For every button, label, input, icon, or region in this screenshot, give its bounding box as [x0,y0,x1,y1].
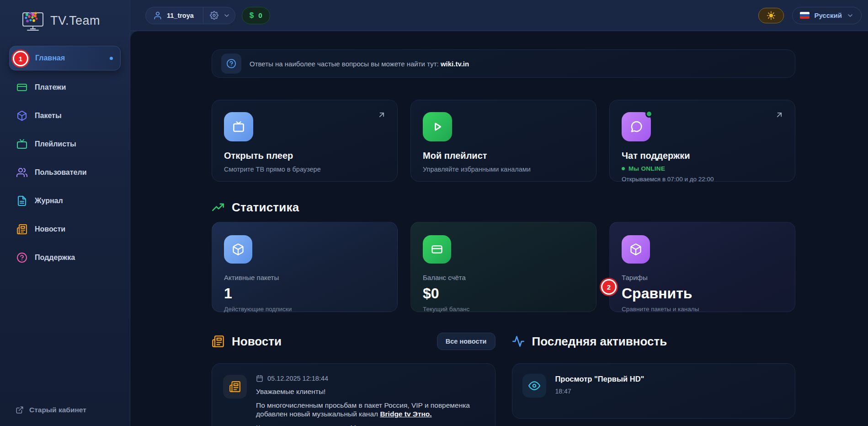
tv-icon [232,120,245,134]
news-line: Уважаемые клиенты! [256,387,484,396]
old-cabinet-label: Старый кабинет [29,406,86,414]
stat-label: Тарифы [622,274,783,281]
activity-column: Последняя активность Просмотр "Первый HD… [512,332,796,426]
news-line: По многочисленным просьбам в пакет Росси… [256,401,484,418]
green-dot-icon [622,167,625,170]
stat-value: Сравнить [622,285,783,302]
all-news-button[interactable]: Все новости [437,333,495,350]
news-date-row: 05.12.2025 12:18:44 [256,375,484,382]
gear-icon[interactable] [210,11,218,20]
tv-team-logo-icon [20,10,46,31]
help-circle-icon [226,59,236,69]
trending-up-icon [212,201,224,214]
balance-tile [423,235,451,264]
user-menu[interactable]: 11_troya [145,7,235,24]
stat-sub: Текущий баланс [423,306,584,313]
sidebar-item-journal[interactable]: Журнал [9,189,121,212]
balance-chip[interactable]: $ 0 [242,7,270,24]
calendar-icon [256,375,263,382]
news-item[interactable]: 05.12.2025 12:18:44 Уважаемые клиенты! П… [212,363,495,426]
old-cabinet-link[interactable]: Старый кабинет [16,406,86,414]
faq-wiki-link[interactable]: wiki.tv.in [441,60,469,68]
news-channel-link[interactable]: Bridge tv Этно. [380,410,431,418]
card-subtitle: Смотрите ТВ прямо в браузере [224,166,385,173]
news-timestamp: 05.12.2025 12:18:44 [267,375,328,382]
users-icon [16,167,27,178]
support-hours: Открываемся в 07:00 и до 22:00 [622,176,783,183]
arrow-up-right-icon [775,110,784,119]
faq-banner: Ответы на наиболее частые вопросы вы мож… [212,49,795,78]
brand-logo[interactable]: TV.Team [0,0,130,39]
activity-body: Просмотр "Первый HD" 18:47 [555,374,644,395]
action-cards: Открыть плеер Смотрите ТВ прямо в браузе… [212,100,795,182]
help-icon-tile [221,54,241,74]
activity-title: Просмотр "Первый HD" [555,375,644,383]
active-packages-card[interactable]: Активные пакеты 1 Действующие подписки [212,222,398,312]
activity-item[interactable]: Просмотр "Первый HD" 18:47 [512,363,796,419]
chevron-down-icon [847,12,854,19]
play-icon [431,120,444,134]
active-dot [110,57,113,60]
my-playlist-card[interactable]: Мой плейлист Управляйте избранными канал… [410,100,596,182]
sidebar-item-label: Пользователи [35,168,86,177]
topbar-right: Русский [758,7,862,24]
tariffs-compare-card[interactable]: Тарифы Сравнить Сравните пакеты и каналы [609,222,795,312]
russian-flag-icon [800,12,809,19]
statistics-heading: Статистика [212,200,795,215]
newspaper-icon [16,224,27,235]
chat-bubble-icon [629,120,643,134]
sun-icon [767,11,776,20]
eye-icon [528,380,540,392]
sidebar-item-payments[interactable]: Платежи [9,76,121,99]
sidebar-item-playlists[interactable]: Плейлисты [9,133,121,156]
balance-card[interactable]: Баланс счёта $0 Текущий баланс [410,222,596,312]
card-title: Чат поддержки [622,151,783,161]
news-icon-tile [223,375,247,399]
online-status-dot [645,110,653,118]
activity-pulse-icon [512,335,525,348]
sidebar-item-label: Главная [35,54,65,62]
sidebar-item-support[interactable]: Поддержка [9,246,121,269]
sidebar-item-users[interactable]: Пользователи [9,161,121,184]
theme-toggle[interactable] [758,8,784,23]
activity-icon-tile [522,374,546,398]
card-title: Открыть плеер [224,151,385,161]
sidebar-item-packages[interactable]: Пакеты [9,104,121,127]
stat-sub: Действующие подписки [224,306,385,313]
sidebar-item-label: Журнал [35,197,63,205]
online-label: Мы ONLINE [628,165,665,172]
section-title: Последняя активность [532,334,667,349]
topbar: 11_troya $ 0 Русский [130,0,868,31]
sidebar-item-label: Пакеты [35,112,62,120]
language-selector[interactable]: Русский [792,7,862,24]
sidebar-item-news[interactable]: Новости [9,218,121,241]
external-link-icon [16,406,24,414]
news-body: 05.12.2025 12:18:44 Уважаемые клиенты! П… [256,375,484,426]
annotation-badge-2: 2 [602,280,615,293]
news-column: Новости Все новости [212,332,495,426]
card-subtitle: Управляйте избранными каналами [423,166,584,173]
open-player-card[interactable]: Открыть плеер Смотрите ТВ прямо в браузе… [212,100,398,182]
support-chat-card[interactable]: Чат поддержки Мы ONLINE Открываемся в 07… [609,100,795,182]
section-title: Статистика [232,200,299,215]
package-icon [232,243,245,256]
stat-label: Баланс счёта [423,274,584,281]
content: Ответы на наиболее частые вопросы вы мож… [130,31,868,426]
tv-icon [16,139,27,150]
card-title: Мой плейлист [423,151,584,161]
file-text-icon [16,195,27,206]
language-label: Русский [814,11,842,19]
activity-heading: Последняя активность [512,332,796,351]
faq-text: Ответы на наиболее частые вопросы вы мож… [250,60,469,68]
annotation-badge-1: 1 [14,52,27,65]
brand-name: TV.Team [50,14,100,28]
news-activity-section: Новости Все новости [212,332,795,426]
credit-card-icon [16,82,27,93]
playlist-tile [423,112,452,141]
chat-tile [622,112,651,141]
section-title: Новости [232,334,282,349]
chevron-down-icon [223,12,230,19]
help-circle-icon [16,252,27,263]
player-tile [224,112,253,141]
main-area: 11_troya $ 0 Русский [130,0,868,426]
